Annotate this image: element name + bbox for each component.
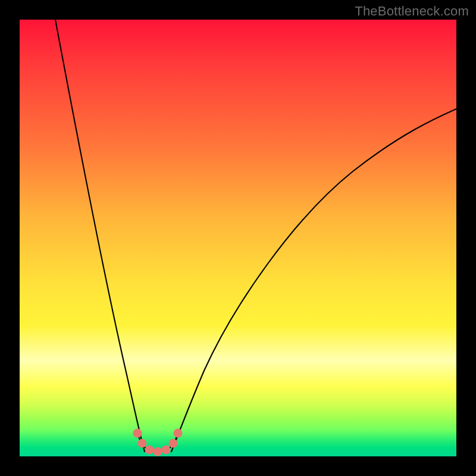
watermark-text: TheBottleneck.com bbox=[355, 4, 469, 19]
curve-right-branch bbox=[171, 109, 456, 452]
plot-area bbox=[20, 20, 456, 456]
curve-svg bbox=[20, 20, 456, 456]
marker-dot bbox=[162, 446, 171, 455]
marker-dot bbox=[133, 429, 142, 438]
chart-frame: TheBottleneck.com bbox=[0, 0, 476, 476]
marker-dot bbox=[169, 439, 178, 448]
marker-dot bbox=[154, 447, 162, 456]
marker-cluster bbox=[133, 429, 183, 456]
marker-dot bbox=[145, 446, 154, 455]
marker-dot bbox=[138, 439, 147, 448]
curve-left-branch bbox=[55, 20, 145, 452]
marker-dot bbox=[174, 429, 183, 438]
